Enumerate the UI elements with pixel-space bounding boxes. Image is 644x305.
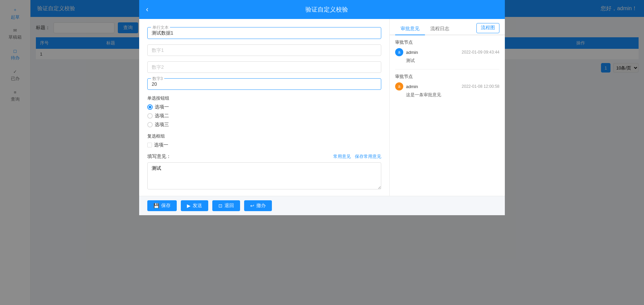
avatar-1: a <box>395 48 403 56</box>
approval-username-2: admin <box>406 84 418 89</box>
modal-body: 单行文本 <box>139 19 505 196</box>
form-field-num2 <box>147 61 381 73</box>
tab-approval-label: 审批意见 <box>401 26 420 31</box>
field-wrapper-num2 <box>147 61 381 73</box>
field-input-num2[interactable] <box>152 64 377 70</box>
approval-section-2: 审批节点 a admin 2022-01-08 12:00:58 这是一条审批意… <box>395 74 499 98</box>
approval-item-2: a admin 2022-01-08 12:00:58 这是一条审批意见 <box>395 82 499 98</box>
approval-node-label-2: 审批节点 <box>395 74 499 80</box>
approval-item-1: a admin 2022-01-09 09:43:44 测试 <box>395 48 499 64</box>
send-icon: ▶ <box>187 203 191 208</box>
send-button[interactable]: ▶ 发送 <box>181 200 208 211</box>
send-label: 发送 <box>193 203 202 209</box>
tab-process-chart[interactable]: 流程图 <box>476 23 499 33</box>
back-button[interactable]: ‹ <box>146 6 148 13</box>
form-field-text1: 单行文本 <box>147 27 381 39</box>
return-button[interactable]: ⊡ 退回 <box>212 200 240 211</box>
comment-textarea[interactable]: 测试 <box>147 162 381 189</box>
withdraw-button[interactable]: ↩ 撤办 <box>244 200 272 211</box>
approval-time-1: 2022-01-09 09:43:44 <box>462 50 499 55</box>
modal-footer: 💾 保存 ▶ 发送 ⊡ 退回 ↩ 撤办 <box>139 196 505 215</box>
tabs-bar: 审批意见 流程日志 流程图 <box>390 19 505 35</box>
common-comment-link[interactable]: 常用意见 <box>333 154 351 160</box>
save-button[interactable]: 💾 保存 <box>147 200 177 211</box>
field-wrapper-num1 <box>147 44 381 56</box>
form-field-num1 <box>147 44 381 56</box>
radio-circle-1 <box>147 104 153 110</box>
modal-overlay: ‹ 验证自定义校验 单行文本 <box>0 0 644 305</box>
field-wrapper-text1: 单行文本 <box>147 27 381 39</box>
field-input-num3[interactable] <box>152 81 377 87</box>
withdraw-label: 撤办 <box>256 203 266 209</box>
save-comment-link[interactable]: 保存常用意见 <box>355 154 381 160</box>
return-icon: ⊡ <box>218 203 222 208</box>
checkbox-group-label: 复选框组 <box>147 133 381 139</box>
modal-dialog: ‹ 验证自定义校验 单行文本 <box>139 0 505 215</box>
checkbox-option-1[interactable]: 选项一 <box>147 142 381 148</box>
form-field-num3: 数字3 <box>147 78 381 90</box>
radio-label-1: 选项一 <box>155 104 169 110</box>
radio-option-3[interactable]: 选项三 <box>147 122 381 128</box>
field-label-num3: 数字3 <box>151 76 164 82</box>
approval-comment-1: 测试 <box>395 58 499 64</box>
approval-user-row-1: a admin 2022-01-09 09:43:44 <box>395 48 499 56</box>
tab-chart-label: 流程图 <box>481 25 495 30</box>
field-input-num1[interactable] <box>152 47 377 53</box>
modal-title: 验证自定义校验 <box>155 5 498 14</box>
radio-group-label: 单选按钮组 <box>147 95 381 101</box>
withdraw-icon: ↩ <box>250 203 254 208</box>
field-label-text1: 单行文本 <box>151 25 170 30</box>
radio-label-2: 选项二 <box>155 113 169 119</box>
comment-links: 常用意见 保存常用意见 <box>333 154 381 160</box>
radio-option-1[interactable]: 选项一 <box>147 104 381 110</box>
form-checkbox-group: 复选框组 选项一 <box>147 133 381 148</box>
form-radio-group: 单选按钮组 选项一 选项二 选项三 <box>147 95 381 128</box>
tab-approval-comments[interactable]: 审批意见 <box>395 23 425 35</box>
approval-time-2: 2022-01-08 12:00:58 <box>462 84 499 89</box>
approval-comment-2: 这是一条审批意见 <box>395 92 499 98</box>
comment-header: 填写意见： 常用意见 保存常用意见 <box>147 154 381 160</box>
approval-node-label-1: 审批节点 <box>395 39 499 45</box>
modal-header: ‹ 验证自定义校验 <box>139 0 505 19</box>
comment-section: 填写意见： 常用意见 保存常用意见 测试 <box>147 154 381 190</box>
radio-label-3: 选项三 <box>155 122 169 128</box>
approval-username-1: admin <box>406 50 418 55</box>
radio-circle-3 <box>147 122 153 127</box>
radio-circle-2 <box>147 113 153 119</box>
comment-label: 填写意见： <box>147 154 171 160</box>
approval-section-1: 审批节点 a admin 2022-01-09 09:43:44 测试 <box>395 39 499 64</box>
right-panel: 审批意见 流程日志 流程图 审批节点 <box>390 19 505 196</box>
save-label: 保存 <box>161 203 171 209</box>
tab-process-log[interactable]: 流程日志 <box>425 23 455 35</box>
approval-content: 审批节点 a admin 2022-01-09 09:43:44 测试 <box>390 35 505 196</box>
return-label: 退回 <box>224 203 234 209</box>
field-wrapper-num3: 数字3 <box>147 78 381 90</box>
checkbox-square-1 <box>147 143 152 147</box>
approval-user-row-2: a admin 2022-01-08 12:00:58 <box>395 82 499 90</box>
radio-option-2[interactable]: 选项二 <box>147 113 381 119</box>
field-input-text1[interactable] <box>152 30 377 36</box>
approval-divider-1 <box>395 69 499 69</box>
tab-log-label: 流程日志 <box>430 26 449 31</box>
form-panel: 单行文本 <box>139 19 390 196</box>
save-icon: 💾 <box>153 203 159 208</box>
avatar-2: a <box>395 82 403 90</box>
checkbox-label-1: 选项一 <box>154 142 168 148</box>
